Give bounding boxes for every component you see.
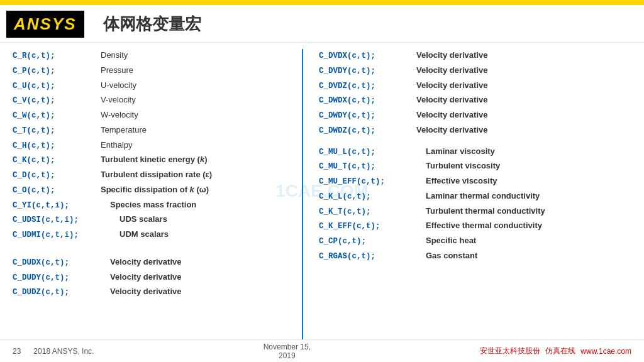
var-code: C_DWDZ(c,t); <box>319 125 416 137</box>
footer-right: 安世亚太科技股份 仿真在线 www.1cae.com <box>480 346 631 356</box>
var-code: C_UDSI(c,t,i); <box>13 214 119 226</box>
var-desc: Pressure <box>101 64 133 77</box>
var-desc: Species mass fraction <box>110 199 196 211</box>
var-desc: UDS scalars <box>119 213 167 226</box>
var-code: C_DVDZ(c,t); <box>319 80 416 92</box>
var-code: C_DUDZ(c,t); <box>13 287 110 299</box>
right-column: C_DVDX(c,t); Velocity derivative C_DVDY(… <box>302 49 610 339</box>
list-item: C_MU_L(c,t); Laminar viscosity <box>319 145 604 158</box>
var-desc: Velocity derivative <box>110 271 181 283</box>
var-desc: Velocity derivative <box>416 94 487 106</box>
list-item: C_DWDY(c,t); Velocity derivative <box>319 109 604 122</box>
var-desc: Velocity derivative <box>110 256 181 268</box>
var-desc: Laminar thermal conductivity <box>426 190 540 202</box>
var-code: C_W(c,t); <box>13 110 101 122</box>
var-desc: Laminar viscosity <box>426 145 495 158</box>
main-variables: C_R(c,t); Density C_P(c,t); Pressure C_U… <box>13 49 296 243</box>
var-code: C_DUDX(c,t); <box>13 257 110 269</box>
var-desc: Specific heat <box>426 234 476 247</box>
var-code: C_MU_EFF(c,t); <box>319 176 426 188</box>
left-column: C_R(c,t); Density C_P(c,t); Pressure C_U… <box>0 49 302 339</box>
var-desc: Turbulent kinetic energy (k) <box>101 153 208 166</box>
var-code: C_MU_T(c,t); <box>319 161 426 173</box>
logo-box: ANSYS <box>6 11 84 38</box>
var-desc: Effective thermal conductivity <box>426 219 542 232</box>
var-desc: Turbulent viscosity <box>426 160 500 172</box>
var-desc: Velocity derivative <box>416 79 487 92</box>
var-code: C_DUDY(c,t); <box>13 272 110 284</box>
var-code: C_MU_L(c,t); <box>319 146 426 158</box>
var-desc: Gas constant <box>426 250 477 262</box>
header: ANSYS 体网格变量宏 <box>0 5 644 43</box>
var-desc: Temperature <box>101 124 147 136</box>
list-item: C_CP(c,t); Specific heat <box>319 234 604 248</box>
footer: 23 2018 ANSYS, Inc. November 15, 2019 安世… <box>0 339 644 362</box>
var-code: C_DWDX(c,t); <box>319 95 416 107</box>
list-item: C_P(c,t); Pressure <box>13 64 296 77</box>
var-desc: W-velocity <box>101 109 138 121</box>
slide: ANSYS 体网格变量宏 1CAE.COM C_R(c,t); Density … <box>0 0 644 362</box>
var-code: C_K_EFF(c,t); <box>319 221 426 233</box>
list-item: C_DUDY(c,t); Velocity derivative <box>13 271 296 284</box>
var-desc: Effective viscosity <box>426 175 497 187</box>
list-item: C_DVDZ(c,t); Velocity derivative <box>319 79 604 92</box>
var-code: C_T(c,t); <box>13 125 101 137</box>
list-item: C_K_T(c,t); Turbulent thermal conductivi… <box>319 205 604 218</box>
list-item: C_UDMI(c,t,i); UDM scalars <box>13 228 296 241</box>
var-code: C_DWDY(c,t); <box>319 110 416 122</box>
var-code: C_K(c,t); <box>13 155 101 167</box>
company-name: 2018 ANSYS, Inc. <box>33 347 94 356</box>
list-item: C_V(c,t); V-velocity <box>13 94 296 107</box>
list-item: C_K(c,t); Turbulent kinetic energy (k) <box>13 153 296 167</box>
var-code: C_R(c,t); <box>13 50 101 62</box>
slide-title: 体网格变量宏 <box>103 13 201 35</box>
var-desc: Velocity derivative <box>416 64 487 77</box>
var-code: C_O(c,t); <box>13 185 101 197</box>
list-item: C_W(c,t); W-velocity <box>13 109 296 122</box>
list-item: C_RGAS(c,t); Gas constant <box>319 250 604 263</box>
var-code: C_V(c,t); <box>13 95 101 107</box>
list-item: C_R(c,t); Density <box>13 49 296 62</box>
var-code: C_U(c,t); <box>13 80 101 92</box>
main-content: 1CAE.COM C_R(c,t); Density C_P(c,t); Pre… <box>0 43 644 339</box>
list-item: C_D(c,t); Turbulent dissipation rate (ε) <box>13 168 296 182</box>
footer-center: November 15, 2019 <box>264 343 311 360</box>
var-code: C_CP(c,t); <box>319 236 426 248</box>
velocity-deriv-right: C_DVDX(c,t); Velocity derivative C_DVDY(… <box>319 49 604 139</box>
list-item: C_UDSI(c,t,i); UDS scalars <box>13 213 296 226</box>
var-code: C_DVDX(c,t); <box>319 50 416 62</box>
var-desc: Turbulent dissipation rate (ε) <box>101 168 212 181</box>
var-code: C_RGAS(c,t); <box>319 251 426 263</box>
var-code: C_K_T(c,t); <box>319 206 426 218</box>
var-code: C_P(c,t); <box>13 65 101 77</box>
list-item: C_U(c,t); U-velocity <box>13 79 296 92</box>
list-item: C_DWDX(c,t); Velocity derivative <box>319 94 604 107</box>
var-code: C_H(c,t); <box>13 140 101 152</box>
page-number: 23 <box>13 347 21 356</box>
velocity-deriv-left: C_DUDX(c,t); Velocity derivative C_DUDY(… <box>13 256 296 300</box>
var-code: C_UDMI(c,t,i); <box>13 229 119 241</box>
list-item: C_O(c,t); Specific dissipation of k (ω) <box>13 184 296 197</box>
var-desc: Enthalpy <box>101 139 133 151</box>
list-item: C_DVDX(c,t); Velocity derivative <box>319 49 604 62</box>
footer-date: November 15, <box>264 343 311 351</box>
var-desc: U-velocity <box>101 79 136 92</box>
list-item: C_K_L(c,t); Laminar thermal conductivity <box>319 190 604 203</box>
footer-url: www.1cae.com <box>580 347 631 356</box>
list-item: C_DWDZ(c,t); Velocity derivative <box>319 124 604 137</box>
footer-chinese: 安世亚太科技股份 <box>480 346 540 356</box>
var-code: C_D(c,t); <box>13 170 101 182</box>
other-vars-right: C_MU_L(c,t); Laminar viscosity C_MU_T(c,… <box>319 145 604 265</box>
var-desc: UDM scalars <box>119 228 169 241</box>
list-item: C_DUDZ(c,t); Velocity derivative <box>13 285 296 299</box>
list-item: C_K_EFF(c,t); Effective thermal conducti… <box>319 219 604 233</box>
top-bar <box>0 0 644 5</box>
footer-year: 2019 <box>279 351 296 360</box>
var-desc: Turbulent thermal conductivity <box>426 205 545 217</box>
var-desc: Specific dissipation of k (ω) <box>101 184 209 196</box>
ansys-logo: ANSYS <box>14 14 77 34</box>
var-code: C_DVDY(c,t); <box>319 65 416 77</box>
list-item: C_MU_T(c,t); Turbulent viscosity <box>319 160 604 173</box>
var-desc: Velocity derivative <box>416 49 487 62</box>
var-desc: V-velocity <box>101 94 136 106</box>
